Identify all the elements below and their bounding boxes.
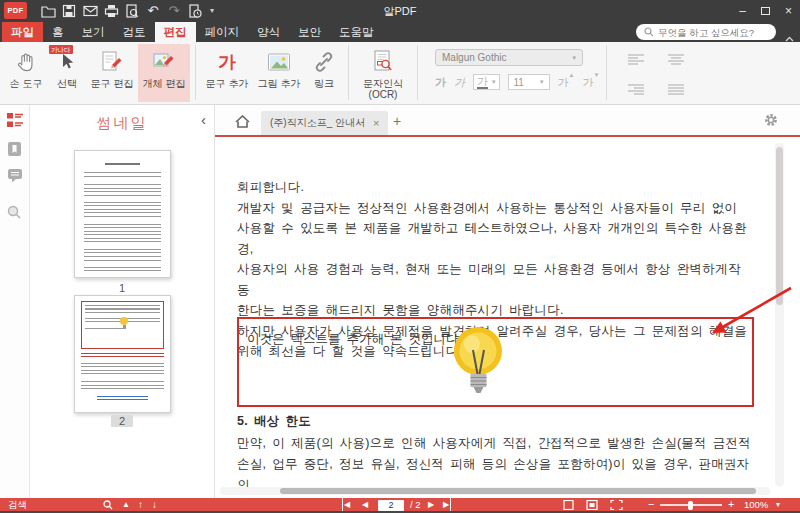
- text-edit-icon: [100, 49, 124, 75]
- italic-button[interactable]: 가: [454, 75, 465, 90]
- find-next-icon[interactable]: ↓: [152, 498, 157, 511]
- bold-button[interactable]: 가: [435, 75, 446, 90]
- find-previous-icon[interactable]: ↑: [138, 498, 143, 511]
- font-style-row: 가 가 가▾ 11▾ 가▲ 가▼: [435, 74, 601, 90]
- add-text-icon: 가: [218, 49, 236, 75]
- page-number-value[interactable]: 2: [378, 500, 404, 511]
- search-icon: [644, 27, 653, 37]
- page-thumbnail-2[interactable]: [74, 295, 171, 413]
- align-justify-button[interactable]: [668, 82, 690, 100]
- align-right-button[interactable]: [628, 82, 650, 100]
- menu-form[interactable]: 양식: [248, 22, 289, 42]
- section-heading: 5. 배상 한도: [237, 411, 757, 431]
- thumbnail-panel: 썸네일 ‹ 1: [30, 105, 215, 498]
- alpdf-window: PDF ↶ ↷ ▾ 알PDF – × 파일 홈 보기 검토 편집 페이지 양식 …: [0, 0, 800, 513]
- thumb2-bulb: [120, 317, 128, 325]
- hand-tool-label: 손 도구: [10, 78, 43, 89]
- zoom-in-button[interactable]: +: [728, 498, 734, 511]
- horizontal-scrollbar-thumb[interactable]: [280, 488, 756, 494]
- link-button[interactable]: 링크: [305, 44, 343, 102]
- menubar: 파일 홈 보기 검토 편집 페이지 양식 보안 도움말: [0, 22, 800, 42]
- select-tool-button[interactable]: 가나다 선택: [48, 44, 86, 102]
- menu-page[interactable]: 페이지: [196, 22, 249, 42]
- thumb1-page-number: 1: [30, 282, 214, 294]
- underline-button[interactable]: 가▾: [473, 74, 500, 90]
- underline-dropdown-icon: ▾: [492, 78, 496, 86]
- tab-close-icon[interactable]: ×: [373, 117, 379, 129]
- increase-font-button[interactable]: 가▲: [558, 75, 575, 90]
- statusbar-search-icon[interactable]: [103, 498, 113, 511]
- bookmarks-panel-icon[interactable]: [0, 142, 29, 156]
- help-search-box[interactable]: [636, 24, 776, 40]
- first-page-button[interactable]: ◀: [342, 498, 350, 511]
- menu-security[interactable]: 보안: [289, 22, 330, 42]
- align-center-button[interactable]: [668, 52, 690, 70]
- menu-file[interactable]: 파일: [2, 22, 43, 42]
- statusbar-search-label[interactable]: 검색: [8, 498, 27, 511]
- add-text-button[interactable]: 가 문구 추가: [201, 44, 253, 102]
- add-image-icon: [267, 49, 291, 75]
- search-panel-toggle-icon[interactable]: ▲: [122, 498, 130, 511]
- add-image-label: 그림 추가: [258, 78, 301, 89]
- text-edit-button[interactable]: 문구 편집: [86, 44, 138, 102]
- hand-tool-button[interactable]: 손 도구: [4, 44, 48, 102]
- font-family-value: Malgun Gothic: [442, 52, 506, 63]
- align-left-button[interactable]: [628, 52, 650, 70]
- next-page-button[interactable]: ▶: [428, 498, 434, 511]
- home-tab-icon[interactable]: [235, 114, 250, 132]
- select-badge: 가나다: [49, 45, 73, 54]
- zoom-slider-handle[interactable]: [688, 501, 693, 510]
- search-panel-icon[interactable]: [0, 205, 29, 220]
- zoom-dropdown-icon[interactable]: ▾: [776, 498, 780, 511]
- menu-view[interactable]: 보기: [73, 22, 114, 42]
- panel-collapse-icon[interactable]: ‹: [201, 111, 206, 128]
- new-tab-button[interactable]: +: [393, 113, 401, 129]
- font-size-select[interactable]: 11▾: [508, 74, 550, 90]
- ribbon-separator: [606, 45, 607, 100]
- titlebar: PDF ↶ ↷ ▾ 알PDF – ×: [0, 0, 800, 22]
- underline-glyph: 가: [477, 76, 488, 89]
- window-controls: – ×: [739, 3, 792, 18]
- vertical-scrollbar[interactable]: [775, 143, 784, 486]
- ocr-icon: [372, 49, 394, 75]
- hand-icon: [15, 49, 37, 75]
- menu-edit[interactable]: 편집: [155, 22, 196, 42]
- thumb2-page-number: 2: [30, 415, 214, 427]
- comments-panel-icon[interactable]: [0, 169, 29, 183]
- thumbnails-panel-icon[interactable]: [0, 113, 29, 128]
- horizontal-scrollbar[interactable]: [220, 487, 770, 495]
- annotation-box[interactable]: 이것은 텍스트를 추가해 본 것입니다.: [237, 317, 754, 407]
- ocr-button[interactable]: 문자인식(OCR): [354, 44, 412, 102]
- vertical-scrollbar-thumb[interactable]: [776, 147, 783, 305]
- font-family-select[interactable]: Malgun Gothic ▾: [435, 49, 583, 66]
- add-image-button[interactable]: 그림 추가: [253, 44, 305, 102]
- thumb1-title-line: [105, 163, 140, 165]
- document-tab[interactable]: (주)직지소프_ 안내서 ×: [261, 111, 388, 135]
- fit-width-view-icon[interactable]: [610, 498, 623, 511]
- last-page-button[interactable]: ▶: [443, 498, 451, 511]
- window-title: 알PDF: [0, 4, 800, 19]
- maximize-button[interactable]: [761, 7, 770, 15]
- close-button[interactable]: ×: [785, 4, 792, 18]
- ribbon-separator: [417, 45, 418, 100]
- select-cursor-icon: 가나다: [58, 49, 76, 75]
- ocr-label: 문자인식(OCR): [363, 78, 403, 100]
- help-search-input[interactable]: [658, 27, 768, 38]
- menu-help[interactable]: 도움말: [330, 22, 383, 42]
- previous-page-button[interactable]: ◀: [362, 498, 368, 511]
- fit-page-view-icon[interactable]: [586, 498, 598, 511]
- ribbon-toolbar: 손 도구 가나다 선택 문구 편집 개체 편집 가 문구 추가 그림 추가: [0, 42, 800, 105]
- single-page-view-icon[interactable]: [563, 498, 574, 511]
- decrease-font-button[interactable]: 가▼: [582, 75, 599, 90]
- gear-icon[interactable]: [764, 113, 778, 131]
- zoom-level-label[interactable]: 100%: [744, 498, 768, 511]
- menu-review[interactable]: 검토: [114, 22, 155, 42]
- zoom-out-button[interactable]: −: [648, 498, 654, 511]
- lightbulb-image: [449, 324, 507, 404]
- minimize-button[interactable]: –: [739, 4, 746, 18]
- object-edit-button[interactable]: 개체 편집: [138, 44, 190, 102]
- menu-home[interactable]: 홈: [43, 22, 73, 42]
- page-thumbnail-1[interactable]: [74, 150, 171, 278]
- page-number-box[interactable]: 2: [378, 498, 404, 511]
- font-size-value: 11: [514, 77, 524, 88]
